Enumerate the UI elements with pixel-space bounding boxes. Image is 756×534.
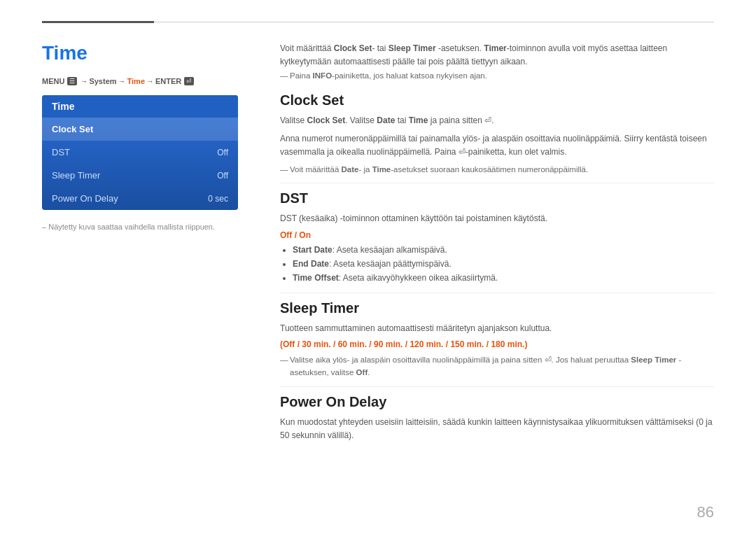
tv-menu-header: Time	[42, 95, 238, 118]
intro-clock-set: Clock Set	[334, 43, 372, 53]
menu-time: Time	[127, 77, 145, 85]
menu-path: MENU ☰ → System → Time → ENTER ⏎	[42, 77, 252, 85]
section-title-power-on-delay: Power On Delay	[280, 394, 714, 410]
tv-menu-item-label: Clock Set	[52, 124, 93, 134]
intro-timer: Timer	[484, 43, 506, 53]
menu-enter-label: ENTER	[155, 77, 181, 85]
page-content: Time MENU ☰ → System → Time → ENTER ⏎ Ti…	[42, 42, 714, 506]
cs-note-date: Date	[342, 165, 359, 174]
bullet-start-date: Start Date: Aseta kesäajan alkamispäivä.	[293, 243, 714, 257]
menu-prefix: MENU	[42, 77, 64, 85]
st-off-bold: Off	[356, 368, 368, 377]
left-column: Time MENU ☰ → System → Time → ENTER ⏎ Ti…	[42, 42, 252, 506]
intro-sleep-timer: Sleep Timer	[388, 43, 436, 53]
cs-clockset-bold: Clock Set	[307, 115, 345, 125]
time-offset-label: Time Offset	[293, 273, 339, 283]
divider-dst	[280, 183, 714, 183]
tv-menu-item-label: DST	[52, 147, 70, 157]
menu-system: System	[89, 77, 116, 85]
options-text: Off / 30 min. / 60 min. / 90 min. / 120 …	[283, 339, 524, 349]
dst-body1: DST (kesäaika) -toiminnon ottaminen käyt…	[280, 212, 714, 225]
section-title-sleep-timer: Sleep Timer	[280, 300, 714, 316]
tv-menu-item-value: 0 sec	[208, 194, 228, 204]
tv-menu-item-value: Off	[217, 171, 228, 181]
menu-icon: ☰	[67, 77, 77, 85]
section-title-dst: DST	[280, 190, 714, 206]
divider-sleep-timer	[280, 293, 714, 293]
tv-menu: Time Clock Set DST Off Sleep Timer Off P…	[42, 95, 238, 210]
top-bar-accent	[42, 21, 154, 23]
divider-power-on-delay	[280, 386, 714, 387]
tv-menu-item-value: Off	[217, 148, 228, 157]
clock-set-note: Voit määrittää Date- ja Time-asetukset s…	[280, 163, 714, 176]
tv-menu-item-clock-set[interactable]: Clock Set	[42, 118, 238, 141]
top-bar-line	[154, 22, 714, 22]
start-date-label: Start Date	[293, 245, 332, 255]
page-number: 86	[697, 503, 714, 521]
page-title: Time	[42, 42, 252, 64]
bullet-end-date: End Date: Aseta kesäajan päättymispäivä.	[293, 257, 714, 271]
sleep-timer-note: Valitse aika ylös- ja alaspäin osoittavi…	[280, 353, 714, 379]
dst-bullets: Start Date: Aseta kesäajan alkamispäivä.…	[293, 243, 714, 286]
section-title-clock-set: Clock Set	[280, 92, 714, 108]
top-bar	[42, 21, 714, 23]
cs-time-bold: Time	[409, 115, 428, 125]
menu-arrow2: →	[118, 77, 126, 85]
end-date-label: End Date	[293, 259, 329, 269]
cs-date-bold: Date	[377, 115, 395, 125]
intro-note: Paina INFO-painiketta, jos haluat katsoa…	[280, 71, 714, 80]
sleep-timer-body1: Tuotteen sammuttaminen automaattisesti m…	[280, 322, 714, 335]
power-on-delay-body1: Kun muodostat yhteyden useisiin laitteis…	[280, 416, 714, 442]
cs-note-time: Time	[372, 165, 391, 174]
bullet-time-offset: Time Offset: Aseta aikavyöhykkeen oikea …	[293, 271, 714, 285]
st-note-bold: Sleep Timer	[631, 356, 676, 364]
tv-menu-item-label: Power On Delay	[52, 193, 118, 204]
clock-set-body2: Anna numerot numeronäppäimillä tai paina…	[280, 132, 714, 159]
tv-menu-item-power-on-delay[interactable]: Power On Delay 0 sec	[42, 187, 238, 210]
right-column: Voit määrittää Clock Set- tai Sleep Time…	[280, 42, 714, 506]
footnote-image: Näytetty kuva saattaa vaihdella mallista…	[42, 223, 252, 231]
tv-menu-item-label: Sleep Timer	[52, 170, 100, 181]
options-paren-close: )	[524, 339, 527, 349]
dst-orange-label: Off / On	[280, 230, 714, 240]
tv-menu-item-dst[interactable]: DST Off	[42, 141, 238, 164]
tv-menu-item-sleep-timer[interactable]: Sleep Timer Off	[42, 164, 238, 187]
info-label: INFO	[313, 71, 332, 80]
menu-arrow1: →	[80, 77, 88, 85]
intro-text: Voit määrittää Clock Set- tai Sleep Time…	[280, 42, 714, 69]
sleep-timer-options: (Off / 30 min. / 60 min. / 90 min. / 120…	[280, 339, 714, 349]
clock-set-body1: Valitse Clock Set. Valitse Date tai Time…	[280, 114, 714, 127]
menu-enter-icon: ⏎	[184, 77, 194, 85]
menu-arrow3: →	[146, 77, 154, 85]
